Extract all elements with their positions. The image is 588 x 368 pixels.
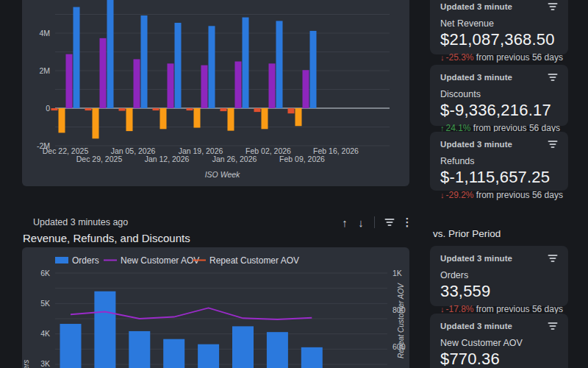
kpi-delta: ↓-17.8% from previous 56 days xyxy=(440,304,558,314)
kpi-card-net-revenue: Updated 3 minute Net Revenue $21,087,368… xyxy=(430,0,568,54)
bar-orders xyxy=(60,324,82,368)
bar-series-red xyxy=(288,108,295,113)
kpi-delta-pct: -17.8% xyxy=(446,304,474,314)
filter-icon[interactable] xyxy=(548,2,558,11)
kebab-menu-icon[interactable]: ⋮ xyxy=(399,216,415,229)
kpi-value: $-9,336,216.17 xyxy=(440,101,558,120)
kpi-updated-text: Updated 3 minute xyxy=(440,322,512,330)
kpi-label: Refunds xyxy=(440,156,558,166)
left-tick-label: 6K xyxy=(40,269,50,277)
bar-series-orange xyxy=(126,108,133,131)
bar-series-orange xyxy=(93,108,99,138)
kpi-delta: ↓-29.2% from previous 56 days xyxy=(440,190,558,200)
bar-orders xyxy=(301,347,323,368)
kpi-label: New Customer AOV xyxy=(440,338,558,348)
weekly-bar-chart: 4M2M0-2MDec 22, 2025Dec 29, 2025Jan 05, … xyxy=(22,0,409,186)
filter-icon[interactable] xyxy=(548,140,558,149)
legend-label-repeat-customer-aov: Repeat Customer AOV xyxy=(209,255,299,266)
bar-series-red xyxy=(254,108,261,112)
trend-down-icon: ↓ xyxy=(440,305,445,314)
bar-series-purple xyxy=(134,59,140,108)
kpi-delta-suffix: from previous 56 days xyxy=(474,190,563,200)
y-tick-label: 0 xyxy=(46,104,50,113)
bar-series-blue xyxy=(141,15,148,108)
y-tick-label: 2M xyxy=(39,66,50,75)
bar-series-orange xyxy=(228,108,234,131)
bar-orders xyxy=(232,326,254,368)
kpi-card-refunds: Updated 3 minute Refunds $-1,115,657.25 … xyxy=(430,132,568,191)
bar-series-red xyxy=(187,108,193,110)
orders-aov-chart-card: 6K5K4K3K1K800600Repeat Customer AOVOrder… xyxy=(22,247,409,368)
kpi-value: $-1,115,657.25 xyxy=(440,168,558,187)
y-tick-label: 4M xyxy=(39,29,50,38)
right-tick-label: 1K xyxy=(392,269,402,277)
bar-orders xyxy=(94,291,115,368)
left-tick-label: 3K xyxy=(40,359,50,368)
legend-label-orders: Orders xyxy=(72,255,99,266)
bar-orders xyxy=(129,331,150,368)
bar-series-red xyxy=(85,108,92,110)
orders-aov-chart: 6K5K4K3K1K800600Repeat Customer AOVOrder… xyxy=(22,247,409,368)
bar-series-red xyxy=(153,108,159,110)
kpi-delta: ↓-25.3% from previous 56 days xyxy=(440,52,558,63)
bar-series-blue xyxy=(209,26,215,108)
kpi-updated-text: Updated 3 minute xyxy=(440,140,512,149)
kpi-label: Discounts xyxy=(440,89,558,99)
kpi-delta-suffix: from previous 56 days xyxy=(474,52,563,63)
bar-series-blue xyxy=(243,18,249,108)
bar-series-orange xyxy=(160,108,167,129)
kpi-delta-pct: -25.3% xyxy=(446,52,474,63)
move-up-icon[interactable]: ↑ xyxy=(337,216,353,229)
kpi-label: Net Revenue xyxy=(440,18,558,29)
kpi-value: 33,559 xyxy=(440,282,558,301)
bar-series-purple xyxy=(201,66,208,108)
kpi-updated-text: Updated 3 minute xyxy=(440,254,512,263)
bar-series-blue xyxy=(74,7,80,108)
toolbar-divider xyxy=(374,216,375,228)
left-tick-label: 4K xyxy=(40,329,50,338)
section-title: Revenue, Refunds, and Discounts xyxy=(23,232,190,244)
bar-series-blue xyxy=(107,0,114,108)
bar-orders xyxy=(198,344,219,368)
kpi-updated-text: Updated 3 minute xyxy=(440,73,512,82)
bar-series-orange xyxy=(194,108,201,128)
chart-toolbar: ↑ ↓ ⋮ xyxy=(337,216,415,229)
bar-series-red xyxy=(119,108,126,111)
move-down-icon[interactable]: ↓ xyxy=(353,216,369,229)
kpi-value: $21,087,368.50 xyxy=(440,30,558,49)
bar-orders xyxy=(267,332,288,368)
x-tick-label: Feb 16, 2026 xyxy=(313,146,359,155)
filter-icon[interactable] xyxy=(548,73,558,82)
bar-series-orange xyxy=(295,108,302,126)
updated-text: Updated 3 minutes ago xyxy=(33,217,128,227)
kpi-delta-suffix: from previous 56 days xyxy=(474,304,563,314)
kpi-card-discounts: Updated 3 minute Discounts $-9,336,216.1… xyxy=(430,65,568,126)
filter-icon[interactable] xyxy=(384,218,395,227)
kpi-label: Orders xyxy=(440,270,558,280)
bar-series-purple xyxy=(269,63,276,108)
bar-series-purple xyxy=(66,54,73,108)
left-axis-title: Orders xyxy=(22,360,30,368)
bar-series-orange xyxy=(262,108,268,129)
x-tick-label: Dec 29, 2025 xyxy=(76,155,123,163)
right-axis-title: Repeat Customer AOV xyxy=(397,283,405,358)
kpi-card-orders: Updated 3 minute Orders 33,559 ↓-17.8% f… xyxy=(430,246,568,306)
kpi-delta-pct: -29.2% xyxy=(446,190,474,200)
bar-series-blue xyxy=(310,31,317,108)
bar-series-orange xyxy=(59,108,65,132)
weekly-chart-card: 4M2M0-2MDec 22, 2025Dec 29, 2025Jan 05, … xyxy=(22,0,409,186)
trend-down-icon: ↓ xyxy=(440,53,445,62)
bar-series-red xyxy=(51,108,58,110)
x-tick-label: Jan 12, 2026 xyxy=(145,155,190,163)
x-tick-label: Jan 26, 2026 xyxy=(212,155,257,163)
filter-icon[interactable] xyxy=(548,254,558,263)
bar-series-purple xyxy=(303,70,309,108)
legend-label-new-customer-aov: New Customer AOV xyxy=(121,255,199,266)
filter-icon[interactable] xyxy=(548,322,558,330)
kpi-value: $770.36 xyxy=(440,350,558,368)
vs-prior-period-heading: vs. Prior Period xyxy=(433,228,501,239)
legend-swatch-orders xyxy=(55,257,68,263)
trend-down-icon: ↓ xyxy=(440,191,445,199)
bar-series-purple xyxy=(235,62,242,108)
bar-series-blue xyxy=(175,23,182,108)
